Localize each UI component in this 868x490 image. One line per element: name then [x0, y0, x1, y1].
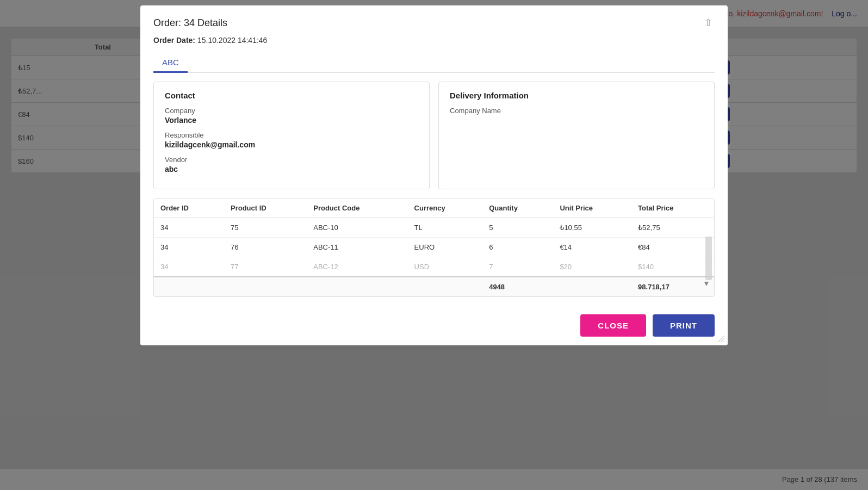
row2-total-price: €84: [631, 238, 714, 257]
svg-line-2: [723, 341, 724, 342]
row1-product-id: 75: [224, 218, 307, 238]
order-date-value: 15.10.2022 14:41:46: [197, 36, 267, 45]
order-table: Order ID Product ID Product Code Currenc…: [154, 199, 714, 296]
row1-product-code: ABC-10: [307, 218, 407, 238]
row3-product-id: 77: [224, 257, 307, 277]
order-table-wrapper: Order ID Product ID Product Code Currenc…: [153, 198, 715, 297]
th-currency: Currency: [408, 199, 483, 218]
scroll-down-arrow[interactable]: ▼: [701, 279, 712, 288]
total-quantity: 4948: [482, 277, 553, 296]
table-row: 34 76 ABC-11 EURO 6 €14 €84: [154, 238, 714, 257]
th-order-id: Order ID: [154, 199, 224, 218]
table-row-partial: 34 77 ABC-12 USD 7 $20 $140: [154, 257, 714, 277]
row1-total-price: ₺52,75: [631, 218, 714, 238]
table-header-row: Order ID Product ID Product Code Currenc…: [154, 199, 714, 218]
th-product-code: Product Code: [307, 199, 407, 218]
th-product-id: Product ID: [224, 199, 307, 218]
modal-overlay: Order: 34 Details ⇧ Order Date: 15.10.20…: [0, 0, 868, 490]
scrollbar-indicator: [705, 237, 712, 280]
order-date: Order Date: 15.10.2022 14:41:46: [153, 36, 715, 45]
delivery-company-field: Company Name: [450, 107, 703, 115]
vendor-field: Vendor abc: [165, 156, 418, 173]
row2-unit-price: €14: [553, 238, 631, 257]
row3-total-price: $140: [631, 257, 714, 277]
table-row: 34 75 ABC-10 TL 5 ₺10,55 ₺52,75: [154, 218, 714, 238]
print-button[interactable]: PRINT: [653, 314, 715, 337]
delivery-title: Delivery Information: [450, 91, 703, 100]
row1-quantity: 5: [482, 218, 553, 238]
modal-footer: CLOSE PRINT: [140, 306, 728, 345]
row3-product-code: ABC-12: [307, 257, 407, 277]
modal-header: Order: 34 Details ⇧: [140, 5, 728, 36]
modal-title: Order: 34 Details: [153, 17, 227, 29]
vendor-label: Vendor: [165, 156, 418, 164]
tab-abc[interactable]: ABC: [153, 53, 188, 73]
row1-unit-price: ₺10,55: [553, 218, 631, 238]
row2-quantity: 6: [482, 238, 553, 257]
delivery-card: Delivery Information Company Name: [438, 82, 715, 189]
vendor-value: abc: [165, 165, 418, 173]
company-field: Company Vorlance: [165, 107, 418, 125]
tabs-container: ABC: [153, 53, 715, 73]
company-label: Company: [165, 107, 418, 115]
responsible-label: Responsible: [165, 131, 418, 139]
th-total-price: Total Price: [631, 199, 714, 218]
row3-unit-price: $20: [553, 257, 631, 277]
responsible-value: kizildagcenk@gmail.com: [165, 140, 418, 149]
row3-currency: USD: [408, 257, 483, 277]
close-button[interactable]: CLOSE: [580, 314, 646, 337]
row2-product-id: 76: [224, 238, 307, 257]
company-value: Vorlance: [165, 116, 418, 125]
row1-order-id: 34: [154, 218, 224, 238]
th-unit-price: Unit Price: [553, 199, 631, 218]
row3-order-id: 34: [154, 257, 224, 277]
order-details-modal: Order: 34 Details ⇧ Order Date: 15.10.20…: [140, 5, 728, 345]
row1-currency: TL: [408, 218, 483, 238]
row2-currency: EURO: [408, 238, 483, 257]
order-date-label: Order Date:: [153, 36, 195, 45]
contact-title: Contact: [165, 91, 418, 100]
info-cards: Contact Company Vorlance Responsible kiz…: [153, 82, 715, 189]
row2-product-code: ABC-11: [307, 238, 407, 257]
responsible-field: Responsible kizildagcenk@gmail.com: [165, 131, 418, 149]
th-quantity: Quantity: [482, 199, 553, 218]
order-table-scroll[interactable]: Order ID Product ID Product Code Currenc…: [154, 199, 714, 296]
row2-order-id: 34: [154, 238, 224, 257]
modal-close-icon[interactable]: ⇧: [702, 16, 715, 29]
modal-body: Order Date: 15.10.2022 14:41:46 ABC Cont…: [140, 36, 728, 306]
totals-row: 4948 98.718,17: [154, 277, 714, 296]
contact-card: Contact Company Vorlance Responsible kiz…: [153, 82, 430, 189]
delivery-company-label: Company Name: [450, 107, 703, 115]
resize-handle[interactable]: [717, 334, 724, 342]
row3-quantity: 7: [482, 257, 553, 277]
